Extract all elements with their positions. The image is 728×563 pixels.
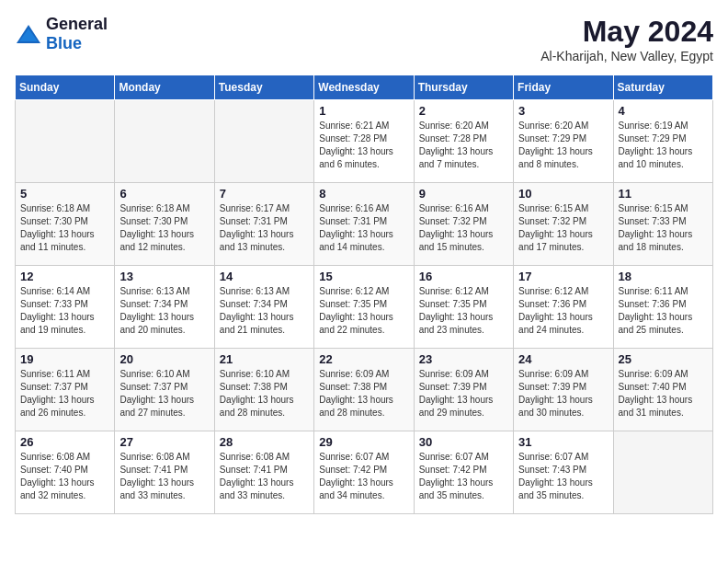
calendar-table: SundayMondayTuesdayWednesdayThursdayFrid… bbox=[15, 75, 713, 514]
day-number: 31 bbox=[518, 435, 608, 449]
header-sunday: Sunday bbox=[16, 75, 115, 100]
logo-blue: Blue bbox=[46, 34, 82, 52]
day-cell: 15Sunrise: 6:12 AM Sunset: 7:35 PM Dayli… bbox=[314, 266, 414, 349]
day-cell: 1Sunrise: 6:21 AM Sunset: 7:28 PM Daylig… bbox=[314, 100, 414, 183]
day-number: 29 bbox=[319, 435, 408, 449]
page-header: General Blue May 2024 Al-Kharijah, New V… bbox=[15, 15, 713, 63]
day-info: Sunrise: 6:16 AM Sunset: 7:31 PM Dayligh… bbox=[319, 202, 408, 254]
day-cell: 9Sunrise: 6:16 AM Sunset: 7:32 PM Daylig… bbox=[414, 183, 513, 266]
day-info: Sunrise: 6:11 AM Sunset: 7:36 PM Dayligh… bbox=[619, 285, 708, 337]
day-cell bbox=[214, 100, 313, 183]
day-number: 20 bbox=[119, 352, 209, 366]
day-number: 17 bbox=[518, 270, 608, 283]
day-number: 4 bbox=[619, 104, 708, 118]
logo-text: General Blue bbox=[46, 15, 108, 53]
header-thursday: Thursday bbox=[414, 75, 513, 100]
day-cell: 24Sunrise: 6:09 AM Sunset: 7:39 PM Dayli… bbox=[514, 349, 613, 431]
day-info: Sunrise: 6:10 AM Sunset: 7:38 PM Dayligh… bbox=[220, 368, 309, 419]
day-info: Sunrise: 6:10 AM Sunset: 7:37 PM Dayligh… bbox=[119, 368, 209, 419]
logo: General Blue bbox=[15, 15, 108, 53]
day-info: Sunrise: 6:09 AM Sunset: 7:40 PM Dayligh… bbox=[619, 368, 708, 419]
header-friday: Friday bbox=[514, 75, 613, 100]
day-cell: 25Sunrise: 6:09 AM Sunset: 7:40 PM Dayli… bbox=[613, 349, 712, 431]
day-cell: 12Sunrise: 6:14 AM Sunset: 7:33 PM Dayli… bbox=[16, 266, 115, 349]
title-block: May 2024 Al-Kharijah, New Valley, Egypt bbox=[540, 15, 713, 63]
day-info: Sunrise: 6:20 AM Sunset: 7:28 PM Dayligh… bbox=[419, 120, 508, 171]
week-row-2: 5Sunrise: 6:18 AM Sunset: 7:30 PM Daylig… bbox=[16, 183, 713, 266]
day-number: 9 bbox=[419, 187, 508, 201]
day-number: 1 bbox=[319, 104, 408, 118]
day-cell: 22Sunrise: 6:09 AM Sunset: 7:38 PM Dayli… bbox=[314, 349, 414, 431]
day-info: Sunrise: 6:13 AM Sunset: 7:34 PM Dayligh… bbox=[119, 285, 209, 337]
week-row-1: 1Sunrise: 6:21 AM Sunset: 7:28 PM Daylig… bbox=[16, 100, 713, 183]
day-cell: 6Sunrise: 6:18 AM Sunset: 7:30 PM Daylig… bbox=[115, 183, 214, 266]
day-cell: 19Sunrise: 6:11 AM Sunset: 7:37 PM Dayli… bbox=[16, 349, 115, 431]
day-number: 27 bbox=[119, 435, 209, 449]
day-cell: 18Sunrise: 6:11 AM Sunset: 7:36 PM Dayli… bbox=[613, 266, 712, 349]
day-number: 30 bbox=[419, 435, 508, 449]
day-info: Sunrise: 6:07 AM Sunset: 7:42 PM Dayligh… bbox=[419, 451, 508, 502]
day-number: 23 bbox=[419, 352, 508, 366]
day-info: Sunrise: 6:15 AM Sunset: 7:32 PM Dayligh… bbox=[518, 202, 608, 254]
day-cell bbox=[16, 100, 115, 183]
day-cell: 14Sunrise: 6:13 AM Sunset: 7:34 PM Dayli… bbox=[214, 266, 313, 349]
day-info: Sunrise: 6:08 AM Sunset: 7:40 PM Dayligh… bbox=[20, 451, 109, 502]
day-number: 13 bbox=[119, 270, 209, 283]
day-number: 26 bbox=[20, 435, 109, 449]
day-cell: 23Sunrise: 6:09 AM Sunset: 7:39 PM Dayli… bbox=[414, 349, 513, 431]
day-info: Sunrise: 6:07 AM Sunset: 7:43 PM Dayligh… bbox=[518, 451, 608, 502]
day-info: Sunrise: 6:11 AM Sunset: 7:37 PM Dayligh… bbox=[20, 368, 109, 419]
day-cell: 7Sunrise: 6:17 AM Sunset: 7:31 PM Daylig… bbox=[214, 183, 313, 266]
day-number: 16 bbox=[419, 270, 508, 283]
day-number: 8 bbox=[319, 187, 408, 201]
day-number: 15 bbox=[319, 270, 408, 283]
day-number: 19 bbox=[20, 352, 109, 366]
day-cell: 3Sunrise: 6:20 AM Sunset: 7:29 PM Daylig… bbox=[514, 100, 613, 183]
header-tuesday: Tuesday bbox=[214, 75, 313, 100]
day-info: Sunrise: 6:08 AM Sunset: 7:41 PM Dayligh… bbox=[119, 451, 209, 502]
day-number: 18 bbox=[619, 270, 708, 283]
day-cell: 31Sunrise: 6:07 AM Sunset: 7:43 PM Dayli… bbox=[514, 431, 613, 514]
day-info: Sunrise: 6:12 AM Sunset: 7:35 PM Dayligh… bbox=[419, 285, 508, 337]
day-number: 22 bbox=[319, 352, 408, 366]
day-cell: 16Sunrise: 6:12 AM Sunset: 7:35 PM Dayli… bbox=[414, 266, 513, 349]
day-number: 2 bbox=[419, 104, 508, 118]
day-number: 11 bbox=[619, 187, 708, 201]
day-info: Sunrise: 6:09 AM Sunset: 7:39 PM Dayligh… bbox=[518, 368, 608, 419]
day-number: 25 bbox=[619, 352, 708, 366]
day-info: Sunrise: 6:07 AM Sunset: 7:42 PM Dayligh… bbox=[319, 451, 408, 502]
day-number: 14 bbox=[220, 270, 309, 283]
day-number: 7 bbox=[220, 187, 309, 201]
day-cell: 10Sunrise: 6:15 AM Sunset: 7:32 PM Dayli… bbox=[514, 183, 613, 266]
day-info: Sunrise: 6:16 AM Sunset: 7:32 PM Dayligh… bbox=[419, 202, 508, 254]
day-number: 10 bbox=[518, 187, 608, 201]
day-cell: 13Sunrise: 6:13 AM Sunset: 7:34 PM Dayli… bbox=[115, 266, 214, 349]
day-info: Sunrise: 6:17 AM Sunset: 7:31 PM Dayligh… bbox=[220, 202, 309, 254]
day-cell: 29Sunrise: 6:07 AM Sunset: 7:42 PM Dayli… bbox=[314, 431, 414, 514]
week-row-4: 19Sunrise: 6:11 AM Sunset: 7:37 PM Dayli… bbox=[16, 349, 713, 431]
day-number: 28 bbox=[220, 435, 309, 449]
day-info: Sunrise: 6:09 AM Sunset: 7:38 PM Dayligh… bbox=[319, 368, 408, 419]
day-info: Sunrise: 6:19 AM Sunset: 7:29 PM Dayligh… bbox=[619, 120, 708, 171]
day-info: Sunrise: 6:13 AM Sunset: 7:34 PM Dayligh… bbox=[220, 285, 309, 337]
day-cell: 17Sunrise: 6:12 AM Sunset: 7:36 PM Dayli… bbox=[514, 266, 613, 349]
day-cell: 5Sunrise: 6:18 AM Sunset: 7:30 PM Daylig… bbox=[16, 183, 115, 266]
day-cell: 21Sunrise: 6:10 AM Sunset: 7:38 PM Dayli… bbox=[214, 349, 313, 431]
location: Al-Kharijah, New Valley, Egypt bbox=[540, 49, 713, 63]
day-cell: 20Sunrise: 6:10 AM Sunset: 7:37 PM Dayli… bbox=[115, 349, 214, 431]
day-cell bbox=[613, 431, 712, 514]
logo-icon bbox=[15, 23, 42, 45]
header-saturday: Saturday bbox=[613, 75, 712, 100]
header-wednesday: Wednesday bbox=[314, 75, 414, 100]
header-row: SundayMondayTuesdayWednesdayThursdayFrid… bbox=[16, 75, 713, 100]
day-number: 3 bbox=[518, 104, 608, 118]
day-cell: 8Sunrise: 6:16 AM Sunset: 7:31 PM Daylig… bbox=[314, 183, 414, 266]
day-info: Sunrise: 6:12 AM Sunset: 7:36 PM Dayligh… bbox=[518, 285, 608, 337]
day-cell: 26Sunrise: 6:08 AM Sunset: 7:40 PM Dayli… bbox=[16, 431, 115, 514]
day-cell: 11Sunrise: 6:15 AM Sunset: 7:33 PM Dayli… bbox=[613, 183, 712, 266]
day-cell: 28Sunrise: 6:08 AM Sunset: 7:41 PM Dayli… bbox=[214, 431, 313, 514]
day-info: Sunrise: 6:14 AM Sunset: 7:33 PM Dayligh… bbox=[20, 285, 109, 337]
day-cell: 27Sunrise: 6:08 AM Sunset: 7:41 PM Dayli… bbox=[115, 431, 214, 514]
day-info: Sunrise: 6:21 AM Sunset: 7:28 PM Dayligh… bbox=[319, 120, 408, 171]
day-number: 21 bbox=[220, 352, 309, 366]
